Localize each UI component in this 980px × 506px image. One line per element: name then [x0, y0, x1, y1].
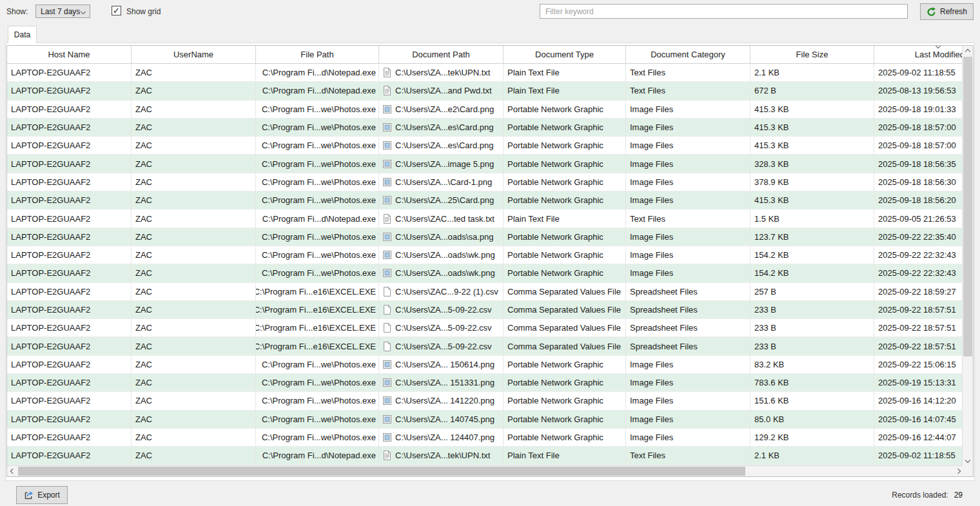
cell-document-category: Image Files [626, 228, 750, 246]
cell-host-name: LAPTOP-E2GUAAF2 [7, 447, 132, 465]
table-row[interactable]: LAPTOP-E2GUAAF2 ZAC C:\Program Fi...we\P… [7, 191, 962, 209]
table-row[interactable]: LAPTOP-E2GUAAF2 ZAC C:\Program Fi...we\P… [7, 392, 962, 410]
cell-username: ZAC [132, 447, 256, 465]
cell-document-category: Image Files [626, 374, 750, 392]
table-row[interactable]: LAPTOP-E2GUAAF2 ZAC C:\Program Fi...d\No… [7, 447, 962, 465]
tab-data[interactable]: Data [8, 26, 37, 43]
column-header-document-type[interactable]: Document Type [504, 46, 626, 64]
cell-file-size: 257 B [750, 283, 874, 301]
cell-document-path: C:\Users\ZA...and Pwd.txt [379, 82, 504, 100]
table-row[interactable]: LAPTOP-E2GUAAF2 ZAC C:\Program Fi...we\P… [7, 101, 962, 119]
cell-document-category: Image Files [626, 173, 750, 191]
cell-document-path: C:\Users\ZA...es\Card.png [379, 119, 504, 137]
column-header-file-size[interactable]: File Size [750, 46, 874, 64]
table-row[interactable]: LAPTOP-E2GUAAF2 ZAC C:\Program Fi...we\P… [7, 137, 962, 155]
cell-document-category: Text Files [626, 447, 750, 465]
column-header-host-name[interactable]: Host Name [7, 46, 132, 64]
table-row[interactable]: LAPTOP-E2GUAAF2 ZAC C:\Program Fi...we\P… [7, 411, 962, 429]
table-row[interactable]: LAPTOP-E2GUAAF2 ZAC C:\Program Fi...d\No… [7, 64, 962, 82]
column-header-document-category[interactable]: Document Category [626, 46, 750, 64]
image-file-icon [383, 250, 391, 260]
cell-document-path-text: C:\Users\ZA...es\Card.png [395, 141, 493, 150]
csv-file-icon [383, 323, 391, 333]
cell-document-path: C:\Users\ZA... 124407.png [379, 429, 504, 447]
show-grid-checkbox[interactable]: ✓ [112, 6, 121, 15]
cell-document-path: C:\Users\ZA...es\Card.png [379, 137, 504, 155]
cell-last-modified: 2025-09-16 12:44:07 [874, 429, 962, 447]
table-header-row: Host Name UserName File Path Document Pa… [7, 46, 962, 64]
cell-file-path: C:\Program Fi...we\Photos.exe [256, 119, 379, 137]
export-button[interactable]: Export [16, 486, 68, 504]
cell-document-type: Portable Network Graphic [504, 264, 626, 282]
cell-document-path: C:\Users\ZA... 150614.png [379, 356, 504, 374]
scroll-up-button[interactable] [963, 46, 973, 57]
table-row[interactable]: LAPTOP-E2GUAAF2 ZAC C:\Program Fi...we\P… [7, 119, 962, 137]
scroll-left-button[interactable] [7, 466, 18, 476]
table-row[interactable]: LAPTOP-E2GUAAF2 ZAC C:\Program Fi...we\P… [7, 356, 962, 374]
cell-document-type: Plain Text File [504, 209, 626, 228]
cell-file-path: C:\Program Fi...we\Photos.exe [256, 392, 379, 410]
cell-file-size: 1.5 KB [750, 209, 874, 228]
cell-file-size: 415.3 KB [750, 119, 874, 137]
filter-keyword-input[interactable] [540, 4, 908, 19]
table-row[interactable]: LAPTOP-E2GUAAF2 ZAC C:\Program Fi...we\P… [7, 374, 962, 392]
cell-document-type: Portable Network Graphic [504, 119, 626, 137]
date-range-dropdown[interactable]: Last 7 days [35, 5, 90, 18]
table-row[interactable]: LAPTOP-E2GUAAF2 ZAC C:\Program Fi...d\No… [7, 82, 962, 100]
cell-document-type: Portable Network Graphic [504, 228, 626, 246]
column-header-file-path[interactable]: File Path [256, 46, 379, 64]
table-row[interactable]: LAPTOP-E2GUAAF2 ZAC C:\Program Fi...e16\… [7, 319, 962, 337]
cell-last-modified: 2025-09-22 18:59:27 [874, 283, 962, 301]
cell-host-name: LAPTOP-E2GUAAF2 [7, 228, 132, 246]
data-grid: Host Name UserName File Path Document Pa… [6, 45, 974, 477]
table-row[interactable]: LAPTOP-E2GUAAF2 ZAC C:\Program Fi...we\P… [7, 264, 962, 282]
cell-document-category: Image Files [626, 191, 750, 209]
cell-file-path: C:\Program Fi...we\Photos.exe [256, 356, 379, 374]
cell-username: ZAC [132, 191, 256, 209]
table-row[interactable]: LAPTOP-E2GUAAF2 ZAC C:\Program Fi...we\P… [7, 155, 962, 173]
column-header-last-modified[interactable]: Last Modified [874, 46, 962, 64]
horizontal-scrollbar[interactable] [7, 465, 963, 476]
cell-file-size: 123.7 KB [750, 228, 874, 246]
horizontal-scrollbar-thumb[interactable] [18, 467, 745, 476]
cell-document-path-text: C:\Users\ZA...e2\Card.png [395, 104, 494, 114]
cell-username: ZAC [132, 301, 256, 319]
scroll-down-button[interactable] [963, 454, 973, 465]
table-row[interactable]: LAPTOP-E2GUAAF2 ZAC C:\Program Fi...we\P… [7, 429, 962, 447]
column-header-document-path[interactable]: Document Path [379, 46, 504, 64]
column-header-username[interactable]: UserName [132, 46, 256, 64]
cell-document-type: Portable Network Graphic [504, 173, 626, 191]
table-row[interactable]: LAPTOP-E2GUAAF2 ZAC C:\Program Fi...e16\… [7, 301, 962, 319]
cell-document-path: C:\Users\ZA...oads\sa.png [379, 228, 504, 246]
cell-file-path: C:\Program Fi...d\Notepad.exe [256, 64, 379, 82]
cell-document-category: Image Files [626, 137, 750, 155]
cell-last-modified: 2025-09-16 14:07:45 [874, 411, 962, 429]
table-row[interactable]: LAPTOP-E2GUAAF2 ZAC C:\Program Fi...e16\… [7, 337, 962, 355]
cell-file-size: 2.1 KB [750, 64, 874, 82]
cell-host-name: LAPTOP-E2GUAAF2 [7, 319, 132, 337]
refresh-button[interactable]: Refresh [920, 3, 974, 20]
table-body: LAPTOP-E2GUAAF2 ZAC C:\Program Fi...d\No… [7, 64, 962, 465]
table-row[interactable]: LAPTOP-E2GUAAF2 ZAC C:\Program Fi...we\P… [7, 228, 962, 246]
cell-file-path: C:\Program Fi...d\Notepad.exe [256, 209, 379, 228]
vertical-scrollbar-thumb[interactable] [963, 57, 972, 356]
cell-document-path-text: C:\Users\ZA...5-09-22.csv [395, 342, 492, 351]
cell-document-path-text: C:\Users\ZA...oads\wk.png [395, 268, 495, 278]
cell-document-type: Plain Text File [504, 64, 626, 82]
table-row[interactable]: LAPTOP-E2GUAAF2 ZAC C:\Program Fi...e16\… [7, 283, 962, 301]
csv-file-icon [383, 305, 391, 315]
cell-document-type: Portable Network Graphic [504, 155, 626, 173]
table-row[interactable]: LAPTOP-E2GUAAF2 ZAC C:\Program Fi...we\P… [7, 246, 962, 264]
table-row[interactable]: LAPTOP-E2GUAAF2 ZAC C:\Program Fi...d\No… [7, 209, 962, 228]
cell-file-path: C:\Program Fi...we\Photos.exe [256, 374, 379, 392]
vertical-scrollbar[interactable] [962, 46, 973, 465]
cell-username: ZAC [132, 64, 256, 82]
cell-file-size: 328.3 KB [750, 155, 874, 173]
cell-document-path-text: C:\Users\ZA...25\Card.png [395, 195, 494, 205]
sort-indicator-chevron-down-icon [936, 46, 941, 48]
export-label: Export [37, 491, 60, 500]
date-range-value: Last 7 days [41, 7, 80, 16]
cell-document-category: Spreadsheet Files [626, 319, 750, 337]
table-row[interactable]: LAPTOP-E2GUAAF2 ZAC C:\Program Fi...we\P… [7, 173, 962, 191]
cell-document-type: Portable Network Graphic [504, 392, 626, 410]
